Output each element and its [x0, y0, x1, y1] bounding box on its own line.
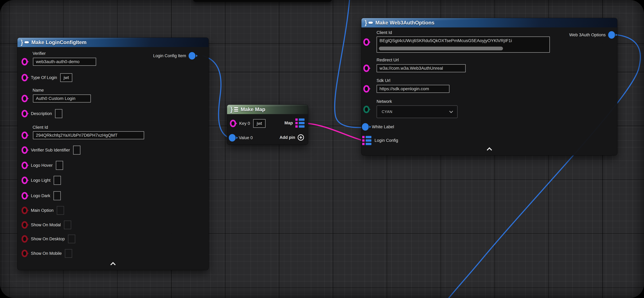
- description-row: Description: [22, 109, 62, 118]
- type-of-login-label: Type Of Login: [31, 75, 57, 80]
- wire-map-to-loginconfig[interactable]: [305, 123, 362, 140]
- show-on-desktop-row: Show On Desktop: [22, 234, 75, 243]
- name-label: Name: [32, 88, 44, 93]
- show-on-mobile-checkbox[interactable]: [65, 249, 72, 258]
- client-id-label: Client Id: [376, 30, 392, 35]
- show-on-mobile-row: Show On Mobile: [22, 249, 72, 258]
- verifier-field[interactable]: web3auth-auth0-demo: [33, 58, 96, 66]
- node-make-map[interactable]: } Make Map Key 0 jwt Map Value 0 Add pin: [227, 105, 308, 145]
- collapse-chevron-icon[interactable]: [110, 262, 116, 267]
- make-struct-icon: }: [20, 40, 29, 45]
- sdk-url-field[interactable]: https://sdk.openlogin.com: [376, 85, 450, 93]
- sdk-url-pin[interactable]: [363, 85, 370, 92]
- verifier-pin[interactable]: [22, 58, 28, 66]
- node-title: Make Map: [241, 106, 265, 112]
- logo-dark-row: Logo Dark: [22, 191, 61, 200]
- add-pin-plus-icon[interactable]: [298, 134, 304, 140]
- key0-label: Key 0: [239, 121, 250, 126]
- login-config-label: Login Config: [374, 138, 398, 143]
- logo-light-row: Logo Light: [22, 176, 61, 185]
- chevron-down-icon: [449, 109, 453, 113]
- main-option-row: Main Option: [22, 206, 64, 215]
- show-on-mobile-label: Show On Mobile: [31, 251, 62, 256]
- network-pin[interactable]: [363, 106, 370, 113]
- client-id-value: BEglQSgt4cUWcj6SKRdu5QkOXTsePmMcusG5EAoy…: [380, 38, 512, 43]
- web3auth-options-output-pin[interactable]: [608, 31, 615, 39]
- redirect-url-pin[interactable]: [363, 64, 370, 72]
- client-id-label: Client Id: [32, 125, 48, 130]
- logo-hover-row: Logo Hover: [22, 161, 63, 170]
- collapse-chevron-icon[interactable]: [487, 147, 492, 152]
- node-make-loginconfigitem[interactable]: } Make LoginConfigItem Login Config Item…: [18, 38, 208, 270]
- logo-light-label: Logo Light: [31, 178, 50, 183]
- node-title: Make LoginConfigItem: [31, 40, 86, 45]
- login-config-item-output-pin[interactable]: [188, 52, 196, 60]
- client-id-scrollbar[interactable]: [379, 46, 503, 50]
- sdk-url-label: Sdk Url: [376, 78, 390, 83]
- show-on-modal-pin[interactable]: [22, 221, 28, 229]
- description-pin[interactable]: [22, 110, 28, 117]
- logo-light-pin[interactable]: [22, 176, 28, 184]
- map-output-pin[interactable]: [295, 118, 304, 128]
- client-id-pin[interactable]: [22, 132, 28, 139]
- login-config-pin[interactable]: [362, 136, 372, 145]
- redirect-url-label: Redirect Url: [376, 58, 399, 62]
- network-selected-value: CYAN: [382, 110, 392, 114]
- output-row: Web 3Auth Options: [569, 31, 615, 39]
- white-label-label: White Label: [372, 124, 394, 129]
- type-of-login-row: Type Of Login jwt: [22, 73, 72, 82]
- show-on-desktop-label: Show On Desktop: [31, 236, 65, 242]
- verifier-label: Verifier: [32, 51, 46, 56]
- verifier-sub-identifier-field[interactable]: [73, 146, 80, 154]
- offscreen-node-edge[interactable]: [193, 0, 332, 2]
- map-output-label: Map: [284, 121, 293, 126]
- output-row: Login Config Item: [153, 52, 196, 60]
- client-id-pin[interactable]: [363, 38, 370, 46]
- node-header[interactable]: } Make LoginConfigItem: [18, 38, 208, 47]
- logo-dark-pin[interactable]: [22, 192, 28, 200]
- verifier-sub-identifier-label: Verifier Sub Identifier: [31, 148, 70, 152]
- key0-pin[interactable]: [230, 120, 236, 127]
- value0-row: Value 0: [229, 134, 253, 142]
- logo-hover-pin[interactable]: [22, 162, 28, 169]
- show-on-mobile-pin[interactable]: [22, 250, 28, 257]
- output-pin-label: Login Config Item: [153, 54, 186, 58]
- show-on-desktop-pin[interactable]: [22, 235, 28, 243]
- verifier-sub-identifier-pin[interactable]: [22, 146, 28, 154]
- value0-label: Value 0: [239, 136, 253, 140]
- graph-canvas[interactable]: } Make LoginConfigItem Login Config Item…: [0, 0, 644, 298]
- add-pin-row[interactable]: Add pin: [280, 134, 304, 140]
- key0-field[interactable]: jwt: [253, 119, 266, 128]
- wire-top-to-whitelabel[interactable]: [334, 0, 362, 128]
- main-option-checkbox[interactable]: [57, 206, 64, 215]
- key0-row: Key 0 jwt: [230, 119, 266, 128]
- node-header[interactable]: } Make Map: [227, 105, 308, 114]
- main-option-label: Main Option: [31, 208, 54, 213]
- name-field[interactable]: Auth0 Custom Login: [33, 94, 91, 102]
- verifier-sub-identifier-row: Verifier Sub Identifier: [22, 146, 80, 154]
- node-header[interactable]: } Make Web3AuthOptions: [362, 18, 617, 28]
- type-of-login-pin[interactable]: [22, 74, 28, 81]
- redirect-url-field[interactable]: w3a://com.w3a.Web3AuthUnreal: [376, 64, 466, 72]
- node-title: Make Web3AuthOptions: [375, 20, 434, 26]
- main-option-pin[interactable]: [22, 207, 28, 214]
- white-label-pin[interactable]: [362, 123, 369, 130]
- description-field[interactable]: [55, 109, 62, 118]
- show-on-modal-label: Show On Modal: [31, 222, 61, 228]
- logo-light-field[interactable]: [54, 176, 61, 185]
- value0-pin[interactable]: [229, 134, 236, 142]
- logo-hover-field[interactable]: [56, 161, 63, 170]
- show-on-modal-checkbox[interactable]: [64, 220, 71, 229]
- make-struct-icon: }: [364, 20, 373, 26]
- type-of-login-field[interactable]: jwt: [60, 73, 72, 82]
- name-pin[interactable]: [22, 95, 28, 102]
- map-output-row: Map: [284, 118, 304, 128]
- node-make-web3authoptions[interactable]: } Make Web3AuthOptions Web 3Auth Options…: [362, 18, 617, 155]
- blueprint-editor: } Make LoginConfigItem Login Config Item…: [0, 0, 644, 298]
- network-dropdown[interactable]: CYAN: [376, 105, 458, 118]
- show-on-desktop-checkbox[interactable]: [68, 234, 75, 243]
- make-container-icon: }: [230, 106, 238, 112]
- logo-dark-field[interactable]: [54, 191, 61, 200]
- client-id-field[interactable]: BEglQSgt4cUWcj6SKRdu5QkOXTsePmMcusG5EAoy…: [376, 36, 550, 53]
- client-id-field[interactable]: 294QRkchfq2YaXUbPri7D6PH7xzHgQMT: [33, 131, 144, 139]
